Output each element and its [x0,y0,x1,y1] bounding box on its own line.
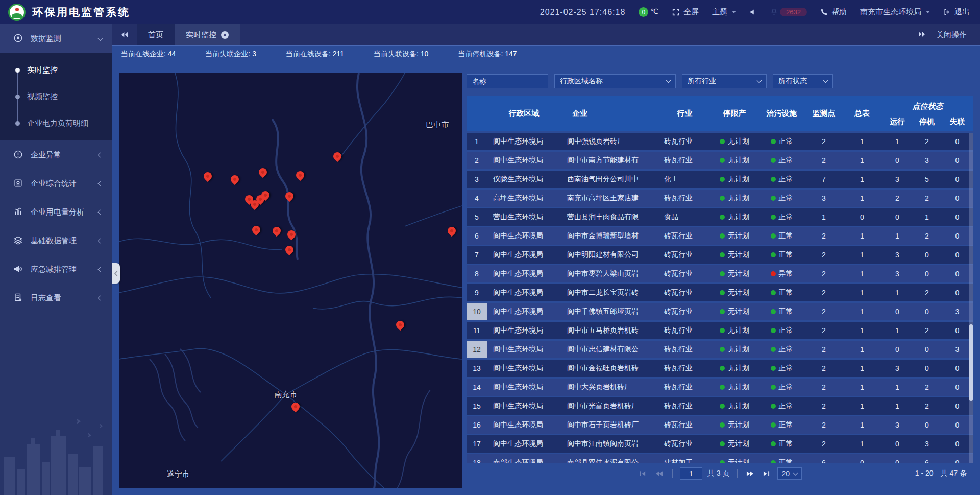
cell-lost-count: 3 [942,303,973,320]
fullscreen-button[interactable]: 全屏 [672,7,699,17]
table-row[interactable]: 7 阆中生态环境局 阆中明阳建材有限公司 砖瓦行业 无计划 正常 2 1 3 0… [467,246,973,264]
cell-run-count: 3 [883,246,912,264]
map-panel[interactable]: 巴中市南充市遂宁市 [119,73,462,488]
cell-facility-status: 正常 [757,152,806,169]
next-page-button[interactable] [745,468,756,479]
table-row[interactable]: 14 阆中生态环境局 阆中大兴页岩机砖厂 砖瓦行业 无计划 正常 2 1 1 2… [467,379,973,396]
stat-value: 147 [505,50,517,58]
help-button[interactable]: 帮助 [820,7,847,17]
cell-row-number: 2 [467,152,487,169]
sidebar-subitem[interactable]: 企业电力负荷明细 [0,110,112,136]
cell-region: 阆中生态环境局 [487,435,561,453]
log-icon [13,293,23,303]
tabs-scroll-left-button[interactable] [112,24,137,45]
table-row[interactable]: 12 阆中生态环境局 阆中市忠信建材有限公 砖瓦行业 无计划 正常 2 1 0 … [467,341,973,358]
theme-menu[interactable]: 主题 [712,7,736,17]
org-menu[interactable]: 南充市生态环境局 [860,7,930,17]
prev-page-button[interactable] [654,468,665,479]
sidebar-item[interactable]: 企业用电量分析 [0,198,112,226]
table-row[interactable]: 6 阆中生态环境局 阆中市金博瑞新型墙材 砖瓦行业 无计划 正常 2 1 1 2… [467,227,973,245]
close-operations-button[interactable]: 关闭操作 [936,30,967,40]
cell-run-count: 3 [883,265,912,282]
cell-region: 阆中生态环境局 [487,265,561,282]
table-row[interactable]: 2 阆中生态环境局 阆中市南方节能建材有 砖瓦行业 无计划 正常 2 1 0 3… [467,152,973,169]
table-row[interactable]: 3 仪陇生态环境局 西南油气田分公司川中 化工 无计划 正常 7 1 3 5 0 [467,171,973,188]
cell-industry: 砖瓦行业 [658,265,712,282]
stat-label: 当前在线设备: [286,50,333,58]
industry-filter-select[interactable]: 所有行业 [682,74,767,88]
cell-facility-status: 正常 [757,190,806,207]
chevron-down-icon [793,470,798,475]
cell-stop-count: 2 [912,397,942,415]
cell-row-number: 1 [467,133,487,150]
bullet-icon [15,68,20,73]
status-dot-icon [720,309,725,314]
chevron-down-icon [732,11,736,13]
first-page-button[interactable] [638,468,649,479]
status-dot-icon [771,422,776,428]
status-dot-icon [771,347,776,352]
page-size-select[interactable]: 20 [777,467,802,480]
notification-widget[interactable]: 2632 [770,8,807,17]
tab-close-icon[interactable]: × [221,31,229,39]
table-scrollbar[interactable] [969,133,973,463]
status-dot-icon [720,252,725,257]
cell-facility-status: 正常 [757,171,806,188]
table-row[interactable]: 17 阆中生态环境局 阆中市江南镇阆南页岩 砖瓦行业 无计划 正常 2 1 0 … [467,435,973,453]
page-number-input[interactable] [680,467,702,480]
sidebar-collapse-handle[interactable] [112,263,120,284]
cell-company: 阆中市金福旺页岩机砖 [561,360,658,377]
mute-button[interactable] [749,8,757,16]
status-dot-icon [771,233,776,239]
cell-monitor-count: 2 [806,133,842,150]
table-row[interactable]: 10 阆中生态环境局 阆中千佛镇五郎垭页岩 砖瓦行业 无计划 正常 2 1 0 … [467,303,973,320]
chevron-down-icon [757,78,762,83]
table-row[interactable]: 8 阆中生态环境局 阆中市枣碧大梁山页岩 砖瓦行业 无计划 异常 2 1 3 0… [467,265,973,282]
logout-button[interactable]: 退出 [943,7,970,17]
status-filter-select[interactable]: 所有状态 [773,74,833,88]
tab-realtime-monitor[interactable]: 实时监控 × [175,24,240,45]
name-filter-input[interactable] [467,74,548,88]
cell-monitor-count: 6 [806,454,842,463]
cell-limit-status: 无计划 [712,133,757,150]
cell-company: 阆中市江南镇阆南页岩 [561,435,658,453]
cell-facility-status: 正常 [757,322,806,339]
scrollbar-thumb[interactable] [969,324,973,401]
sidebar-item[interactable]: 日志查看 [0,284,112,312]
chart-icon [13,207,23,217]
tabs-scroll-right-button[interactable] [918,31,926,39]
last-page-button[interactable] [761,468,772,479]
table-row[interactable]: 16 阆中生态环境局 阆中市石子页岩机砖厂 砖瓦行业 无计划 正常 2 1 3 … [467,416,973,434]
sidebar-subitem[interactable]: 实时监控 [0,57,112,83]
cell-region: 阆中生态环境局 [487,379,561,396]
sidebar-item[interactable]: 企业异常 [0,140,112,169]
sidebar-item[interactable]: 企业综合统计 [0,169,112,198]
table-row[interactable]: 18 南部生态环境局 南部县双佳水泥有限公 建材加工 无计划 正常 6 0 0 … [467,454,973,463]
cell-industry: 砖瓦行业 [658,246,712,264]
cell-region: 阆中生态环境局 [487,397,561,415]
tab-home[interactable]: 首页 [137,24,175,45]
table-row[interactable]: 5 营山生态环境局 营山县润丰肉食品有限 食品 无计划 正常 1 0 0 1 0 [467,208,973,226]
fullscreen-icon [672,8,680,16]
chevron-down-icon [823,78,828,83]
status-dot-icon [720,385,725,390]
table-row[interactable]: 13 阆中生态环境局 阆中市金福旺页岩机砖 砖瓦行业 无计划 正常 2 1 3 … [467,360,973,377]
table-row[interactable]: 4 高坪生态环境局 南充市高坪区王家店建 砖瓦行业 无计划 正常 3 1 2 2… [467,190,973,207]
table-row[interactable]: 11 阆中生态环境局 阆中市五马桥页岩机砖 砖瓦行业 无计划 正常 2 1 1 … [467,322,973,339]
table-row[interactable]: 9 阆中生态环境局 阆中市二龙长宝页岩砖 砖瓦行业 无计划 正常 2 1 1 2… [467,284,973,301]
table-row[interactable]: 15 阆中生态环境局 阆中市光富页岩机砖厂 砖瓦行业 无计划 正常 2 1 1 … [467,397,973,415]
cell-facility-status: 正常 [757,284,806,301]
status-dot-icon [771,215,776,220]
cell-facility-status: 正常 [757,379,806,396]
cell-lost-count: 0 [942,397,973,415]
sidebar-item[interactable]: 数据监测 [0,24,112,53]
sidebar-item[interactable]: 基础数据管理 [0,226,112,255]
status-dot-icon [771,271,776,276]
cell-stop-count: 5 [912,171,942,188]
prev-page-icon [655,470,663,477]
region-filter-select[interactable]: 行政区域名称 [554,74,676,88]
sidebar-subitem[interactable]: 视频监控 [0,83,112,110]
bullet-icon [15,121,20,126]
table-row[interactable]: 1 阆中生态环境局 阆中强锐页岩砖厂 砖瓦行业 无计划 正常 2 1 1 2 0 [467,133,973,150]
sidebar-item[interactable]: 应急减排管理 [0,255,112,284]
